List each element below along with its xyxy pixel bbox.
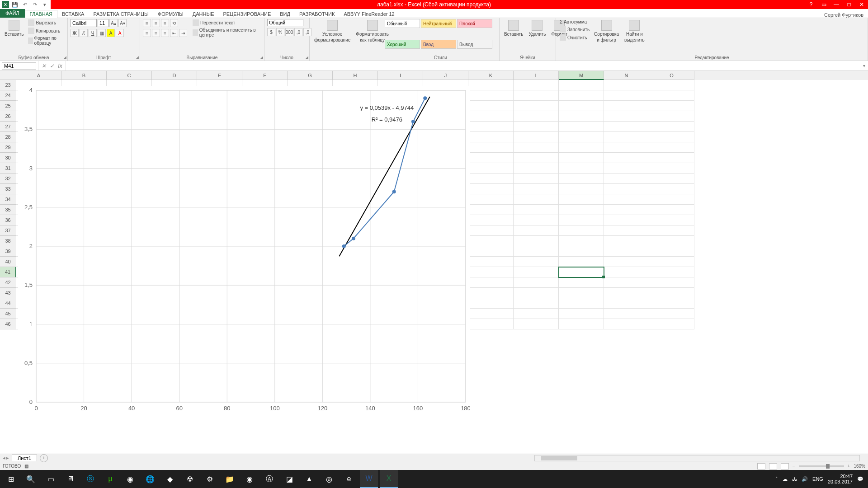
cut-button[interactable]: Вырезать [27,19,65,26]
cell-M36[interactable] [559,215,604,225]
cell-K32[interactable] [468,174,514,184]
cell-L45[interactable] [514,309,559,319]
row-header-30[interactable]: 30 [0,153,16,163]
style-good[interactable]: Хороший [385,40,420,49]
cell-L46[interactable] [514,319,559,329]
align-dialog-icon[interactable]: ◢ [260,55,263,60]
align-right-icon[interactable]: ≡ [161,29,169,37]
insert-cells-button[interactable]: Вставить [502,19,525,38]
cell-L25[interactable] [514,101,559,111]
start-button[interactable]: ⊞ [2,470,20,488]
cell-K42[interactable] [468,277,514,288]
orientation-icon[interactable]: ⟲ [170,19,178,27]
cell-O24[interactable] [649,90,694,101]
cell-M33[interactable] [559,184,604,194]
cell-N27[interactable] [604,122,649,132]
font-size-input[interactable] [98,19,108,27]
task-view-icon[interactable]: ▭ [42,470,60,488]
row-header-23[interactable]: 23 [0,80,16,90]
find-select-button[interactable]: Найти ивыделить [623,19,646,43]
chart[interactable]: 02040608010012014016018000,511,522,533,5… [18,86,470,411]
matlab-icon[interactable]: ▲ [300,470,318,488]
cell-M32[interactable] [559,174,604,184]
search-icon[interactable]: 🔍 [22,470,40,488]
cell-K33[interactable] [468,184,514,194]
cell-O33[interactable] [649,184,694,194]
tray-chevron-icon[interactable]: ˄ [775,476,778,482]
cell-O31[interactable] [649,163,694,174]
cell-N25[interactable] [604,101,649,111]
view-page-layout-icon[interactable] [769,463,777,469]
cell-K25[interactable] [468,101,514,111]
taskbar-app-7[interactable]: ☢ [181,470,199,488]
cell-N38[interactable] [604,236,649,246]
cell-K41[interactable] [468,267,514,277]
taskbar-app-1[interactable]: 🖥 [61,470,80,488]
cell-M25[interactable] [559,101,604,111]
cell-O45[interactable] [649,309,694,319]
cell-K36[interactable] [468,215,514,225]
minimize-icon[interactable]: — [832,0,841,9]
cell-N28[interactable] [604,132,649,142]
cell-O35[interactable] [649,205,694,215]
tab-abbyy[interactable]: ABBYY FineReader 12 [339,10,399,18]
row-header-27[interactable]: 27 [0,122,16,132]
number-dialog-icon[interactable]: ◢ [305,55,308,60]
cell-L36[interactable] [514,215,559,225]
number-format-select[interactable] [267,19,303,26]
cancel-formula-icon[interactable]: ✕ [40,63,47,69]
cell-O43[interactable] [649,288,694,298]
tab-view[interactable]: ВИД [275,10,295,18]
cell-O36[interactable] [649,215,694,225]
cell-M44[interactable] [559,298,604,309]
tab-data[interactable]: ДАННЫЕ [188,10,219,18]
zoom-level[interactable]: 160% [854,464,865,469]
cell-M38[interactable] [559,236,604,246]
taskbar-app-11[interactable]: Ⓐ [260,470,278,488]
bold-button[interactable]: Ж [71,29,79,37]
cell-M30[interactable] [559,153,604,163]
tab-home[interactable]: ГЛАВНАЯ [25,10,57,18]
col-header-F[interactable]: F [242,71,288,80]
clock[interactable]: 20:47 20.03.2017 [828,474,853,484]
cell-O25[interactable] [649,101,694,111]
cell-K29[interactable] [468,142,514,153]
cell-L33[interactable] [514,184,559,194]
sheet-nav-last-icon[interactable]: ▸ [6,455,9,461]
cell-N33[interactable] [604,184,649,194]
cell-M31[interactable] [559,163,604,174]
style-input[interactable]: Ввод [421,40,456,49]
cell-L31[interactable] [514,163,559,174]
col-header-L[interactable]: L [514,71,559,80]
style-output[interactable]: Вывод [457,40,492,49]
italic-button[interactable]: К [80,29,88,37]
tab-insert[interactable]: ВСТАВКА [57,10,89,18]
account-name[interactable]: Сергей Фуртиков [824,12,868,18]
row-header-35[interactable]: 35 [0,205,16,215]
cell-M45[interactable] [559,309,604,319]
cell-L39[interactable] [514,246,559,257]
cell-N45[interactable] [604,309,649,319]
network-icon[interactable]: 🖧 [792,476,797,482]
cell-K37[interactable] [468,225,514,236]
conditional-formatting-button[interactable]: Условное форматирование [312,19,352,43]
row-header-37[interactable]: 37 [0,225,16,236]
font-name-input[interactable] [71,19,97,27]
col-header-E[interactable]: E [197,71,242,80]
cell-O46[interactable] [649,319,694,329]
zoom-out-icon[interactable]: − [793,464,795,469]
style-bad[interactable]: Плохой [457,19,492,28]
redo-icon[interactable]: ↷ [31,0,39,9]
taskbar-app-5[interactable]: 🌐 [141,470,159,488]
col-header-O[interactable]: O [649,71,694,80]
col-header-K[interactable]: K [468,71,514,80]
cell-L27[interactable] [514,122,559,132]
view-page-break-icon[interactable] [781,463,789,469]
name-box[interactable] [2,62,36,70]
col-header-I[interactable]: I [378,71,423,80]
cell-N34[interactable] [604,194,649,205]
clear-button[interactable]: Очистить [559,34,590,41]
cell-O28[interactable] [649,132,694,142]
sort-filter-button[interactable]: Сортировкаи фильтр [592,19,621,43]
enter-formula-icon[interactable]: ✓ [48,63,56,69]
